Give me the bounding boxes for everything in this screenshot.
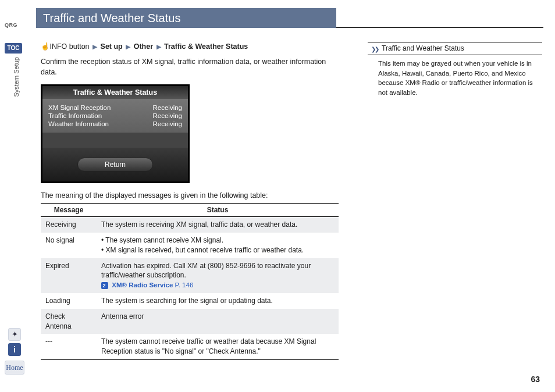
breadcrumb: ☝ INFO button ▶ Set up ▶ Other ▶ Traffic… <box>41 42 343 51</box>
status-cell: The system is searching for the signal o… <box>97 293 339 309</box>
chevron-icon: ▶ <box>155 43 162 50</box>
xref-link[interactable]: XM® Radio Service P. 146 <box>112 281 193 288</box>
chevron-icon: ▶ <box>124 43 131 50</box>
return-button: Return <box>77 158 153 172</box>
info-icon[interactable]: i <box>8 343 21 356</box>
note-heading: Traffic and Weather Status <box>368 42 542 55</box>
crumb-setup: Set up <box>101 42 123 51</box>
voice-icon[interactable]: ✦ <box>8 328 21 341</box>
status-screenshot: Traffic & Weather Status XM Signal Recep… <box>41 84 190 183</box>
note-icon <box>371 45 379 52</box>
toc-button[interactable]: TOC <box>5 43 22 54</box>
status-table: Message Status Receiving The system is r… <box>41 203 339 360</box>
note-body: This item may be grayed out when your ve… <box>368 55 542 102</box>
sc-row-label: Weather Information <box>48 120 109 127</box>
msg-cell: No signal <box>41 233 97 258</box>
table-intro: The meaning of the displayed messages is… <box>41 191 343 199</box>
crumb-tws: Traffic & Weather Status <box>164 42 248 51</box>
hand-icon: ☝ <box>41 42 48 51</box>
msg-cell: Check Antenna <box>41 309 97 334</box>
status-cell: The system cannot receive XM signal. XM … <box>97 233 339 258</box>
home-icon[interactable]: Home <box>5 361 24 375</box>
sc-row-val: Receiving <box>153 104 183 111</box>
msg-cell: Expired <box>41 258 97 293</box>
status-cell: The system is receiving XM signal, traff… <box>97 217 339 233</box>
xref-icon[interactable] <box>101 282 108 289</box>
status-cell: Antenna error <box>97 309 339 334</box>
msg-cell: Loading <box>41 293 97 309</box>
chevron-icon: ▶ <box>91 43 98 50</box>
sidebar: QRG TOC System Setup ✦ i Home <box>0 0 29 392</box>
crumb-info: INFO button <box>49 42 89 51</box>
msg-cell: Receiving <box>41 217 97 233</box>
msg-cell: --- <box>41 334 97 359</box>
qrg-label[interactable]: QRG <box>5 22 17 28</box>
status-cell: The system cannot receive traffic or wea… <box>97 334 339 359</box>
header-rule <box>336 27 543 28</box>
sc-row-label: XM Signal Reception <box>48 104 111 111</box>
status-cell: Activation has expired. Call XM at (800)… <box>97 258 339 293</box>
sc-row-label: Traffic Information <box>48 112 102 119</box>
sc-row-val: Receiving <box>153 112 183 119</box>
page-number: 63 <box>531 375 540 384</box>
th-message: Message <box>41 204 97 217</box>
section-label[interactable]: System Setup <box>13 57 20 97</box>
page-title: Traffic and Weather Status <box>36 8 336 28</box>
crumb-other: Other <box>134 42 153 51</box>
sc-row-val: Receiving <box>153 120 183 127</box>
intro-text: Confirm the reception status of XM signa… <box>41 56 332 77</box>
th-status: Status <box>97 204 339 217</box>
screenshot-title: Traffic & Weather Status <box>42 86 188 99</box>
